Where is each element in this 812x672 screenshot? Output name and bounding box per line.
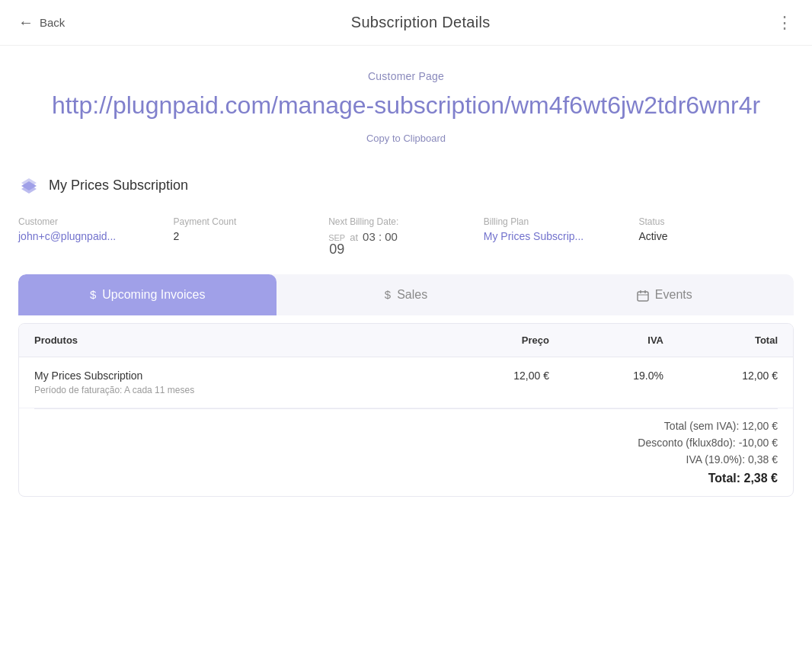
customer-col: Customer john+c@plugnpaid... [18, 216, 174, 242]
invoice-table: Produtos Preço IVA Total My Prices Subsc… [18, 323, 794, 497]
billing-plan-label: Billing Plan [484, 216, 639, 227]
status-label: Status [638, 216, 794, 227]
svg-rect-3 [638, 292, 648, 301]
customer-value[interactable]: john+c@plugnpaid... [18, 230, 174, 242]
table-row-main: My Prices Subscription 12,00 € 19.0% 12,… [34, 370, 778, 382]
col-total: Total [663, 334, 778, 346]
total-sem-iva-line: Total (sem IVA): 12,00 € [34, 420, 778, 432]
copy-clipboard-button[interactable]: Copy to Clipboard [366, 133, 446, 144]
billing-month: SEP [328, 233, 345, 242]
iva-value: 0,38 € [748, 453, 778, 466]
payment-count-col: Payment Count 2 [174, 216, 329, 242]
col-iva: IVA [549, 334, 663, 346]
subscription-name: My Prices Subscription [49, 178, 188, 194]
status-col: Status Active [638, 216, 794, 242]
billing-at: at [350, 232, 358, 243]
billing-time: 03 : 00 [363, 230, 398, 243]
customer-page-section: Customer Page http://plugnpaid.com/manag… [0, 46, 812, 160]
customer-label: Customer [18, 216, 174, 227]
desconto-line: Desconto (fklux8do): -10,00 € [34, 437, 778, 449]
customer-page-label: Customer Page [30, 70, 782, 82]
subscription-title-section: My Prices Subscription [0, 160, 812, 204]
billing-plan-col: Billing Plan My Prices Subscrip... [484, 216, 639, 242]
tab-events-label: Events [655, 288, 692, 302]
billing-day: 09 [329, 242, 344, 256]
customer-page-url[interactable]: http://plugnpaid.com/manage-subscription… [30, 90, 782, 122]
total-sem-iva-label: Total (sem IVA): [664, 420, 740, 432]
row-period: Período de faturação: A cada 11 meses [34, 385, 778, 395]
status-value: Active [638, 230, 794, 242]
total-sem-iva-value: 12,00 € [742, 420, 778, 432]
back-button[interactable]: ← Back [18, 14, 65, 31]
page-title: Subscription Details [351, 14, 491, 31]
payment-count-label: Payment Count [174, 216, 329, 227]
billing-date-value: SEP 09 at 03 : 00 [328, 230, 484, 256]
back-label: Back [40, 16, 65, 29]
more-icon: ⋮ [776, 13, 794, 32]
totals-section: Total (sem IVA): 12,00 € Desconto (fklux… [19, 409, 793, 496]
more-options-button[interactable]: ⋮ [776, 14, 794, 31]
tab-upcoming-invoices[interactable]: $ Upcoming Invoices [18, 274, 277, 315]
tab-sales-label: Sales [397, 288, 427, 302]
table-header: Produtos Preço IVA Total [19, 324, 793, 357]
iva-label: IVA (19.0%): [686, 453, 746, 466]
layers-icon [18, 175, 40, 197]
grand-total-line: Total: 2,38 € [34, 472, 778, 485]
tabs-container: $ Upcoming Invoices $ Sales Events [0, 274, 812, 315]
iva-line: IVA (19.0%): 0,38 € [34, 453, 778, 466]
row-total: 12,00 € [663, 370, 778, 382]
tab-events[interactable]: Events [535, 274, 794, 315]
col-produtos: Produtos [34, 334, 435, 346]
tabs: $ Upcoming Invoices $ Sales Events [18, 274, 794, 315]
grand-total-label: Total: [708, 472, 740, 485]
subscription-info-row: Customer john+c@plugnpaid... Payment Cou… [0, 204, 812, 274]
row-preco: 12,00 € [435, 370, 549, 382]
billing-date-col: Next Billing Date: SEP 09 at 03 : 00 [328, 216, 484, 256]
dollar-icon-upcoming: $ [90, 288, 96, 301]
tab-sales[interactable]: $ Sales [277, 274, 535, 315]
payment-count-value: 2 [174, 230, 329, 242]
calendar-icon-events [637, 288, 649, 302]
next-billing-label: Next Billing Date: [328, 216, 484, 227]
header: ← Back Subscription Details ⋮ [0, 0, 812, 46]
row-product-name: My Prices Subscription [34, 370, 435, 382]
desconto-value: -10,00 € [739, 437, 778, 449]
table-row: My Prices Subscription 12,00 € 19.0% 12,… [19, 357, 793, 408]
col-preco: Preço [435, 334, 549, 346]
desconto-label: Desconto (fklux8do): [638, 437, 735, 449]
dollar-icon-sales: $ [385, 288, 391, 301]
billing-plan-value[interactable]: My Prices Subscrip... [484, 230, 639, 242]
back-arrow-icon: ← [18, 14, 34, 31]
row-iva: 19.0% [549, 370, 663, 382]
tab-upcoming-label: Upcoming Invoices [102, 288, 205, 302]
grand-total-value: 2,38 € [744, 472, 778, 485]
